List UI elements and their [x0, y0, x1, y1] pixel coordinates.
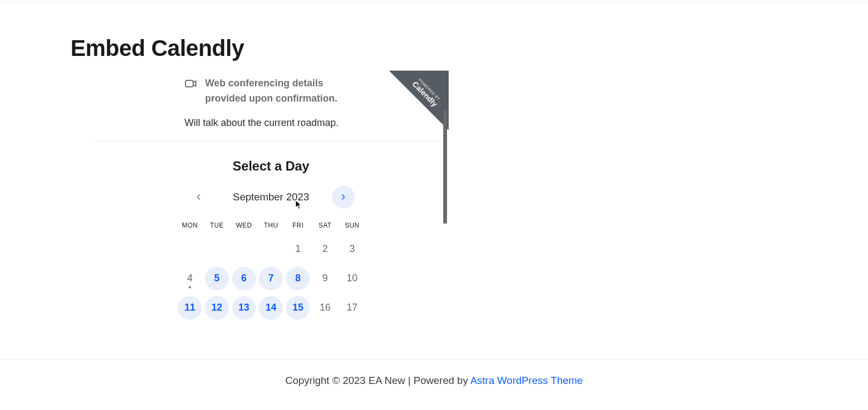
- next-month-button[interactable]: [332, 186, 355, 209]
- calendar-day: 2: [313, 237, 337, 261]
- footer: Copyright © 2023 EA New | Powered by Ast…: [0, 375, 868, 387]
- footer-theme-link[interactable]: Astra WordPress Theme: [470, 375, 583, 386]
- event-description: Will talk about the current roadmap.: [93, 106, 449, 141]
- divider: [93, 141, 449, 141]
- calendar-day[interactable]: 7: [259, 267, 283, 291]
- calendar-day: 4: [178, 267, 202, 291]
- footer-divider: [0, 359, 868, 359]
- calendar-day[interactable]: 6: [232, 267, 256, 291]
- calendar-day[interactable]: 11: [178, 296, 202, 320]
- calendar-day[interactable]: 15: [286, 296, 310, 320]
- calendar-day: 16: [313, 296, 337, 320]
- day-of-week-label: WED: [232, 218, 257, 232]
- day-of-week-label: SUN: [340, 218, 365, 232]
- page-title: Embed Calendly: [71, 35, 868, 61]
- calendar-grid: MONTUEWEDTHUFRISATSUN 123456789101112131…: [177, 218, 365, 320]
- calendar-day: 1: [286, 237, 310, 261]
- day-of-week-label: SAT: [312, 218, 337, 232]
- calendar-day: 10: [340, 267, 364, 291]
- day-of-week-label: TUE: [205, 218, 229, 232]
- calendar-day[interactable]: 14: [259, 296, 283, 320]
- video-camera-icon: [184, 77, 197, 90]
- prev-month-button[interactable]: [187, 186, 210, 209]
- month-label: September 2023: [233, 191, 309, 203]
- day-of-week-label: THU: [259, 218, 284, 232]
- footer-copyright: Copyright © 2023 EA New | Powered by: [285, 375, 470, 386]
- svg-rect-0: [186, 80, 193, 87]
- calendar-day: 3: [340, 237, 364, 261]
- calendar-day[interactable]: 8: [286, 267, 310, 291]
- calendar-day[interactable]: 13: [232, 296, 256, 320]
- select-day-heading: Select a Day: [93, 159, 449, 174]
- conferencing-text: Web conferencing details provided upon c…: [205, 76, 354, 106]
- day-of-week-label: MON: [177, 218, 202, 232]
- calendar-day[interactable]: 5: [205, 267, 229, 291]
- day-of-week-label: FRI: [285, 218, 310, 232]
- calendly-widget: Web conferencing details provided upon c…: [93, 71, 449, 320]
- calendar-day: 17: [340, 296, 364, 320]
- scrollbar-thumb[interactable]: [443, 110, 447, 224]
- calendar-day[interactable]: 12: [205, 296, 229, 320]
- month-nav: September 2023: [93, 186, 449, 209]
- event-header: Web conferencing details provided upon c…: [93, 71, 449, 106]
- top-divider: [0, 0, 868, 3]
- calendar-day: 9: [313, 267, 337, 291]
